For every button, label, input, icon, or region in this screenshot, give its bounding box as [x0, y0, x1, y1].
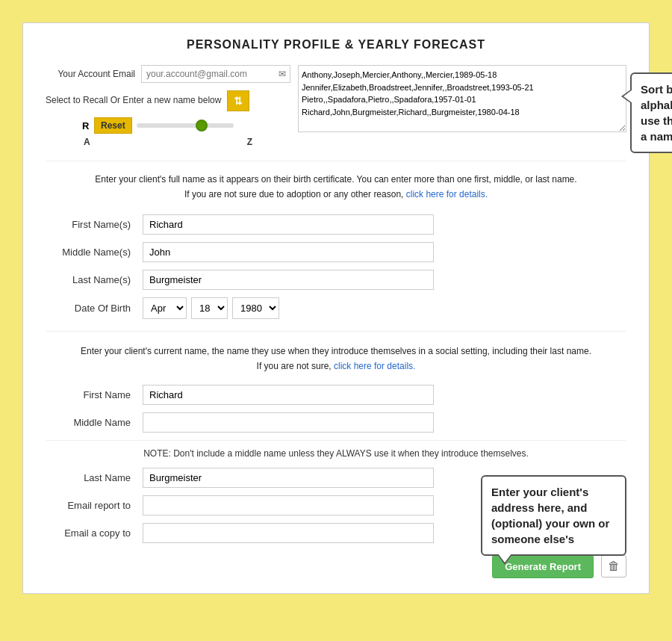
email-row: Your Account Email ✉ [46, 65, 290, 83]
last-name-input[interactable] [143, 270, 434, 290]
slider-r-label: R [82, 120, 90, 131]
dob-row: Date Of Birth JanFebMarAprMayJunJulAugSe… [46, 297, 626, 319]
email-copy-input[interactable] [143, 523, 434, 543]
slider-min-label: A [84, 137, 90, 147]
current-first-name-row: First Name [46, 385, 626, 405]
dob-selects: JanFebMarAprMayJunJulAugSepOctNovDec 123… [143, 297, 279, 319]
email-input-wrap: ✉ [141, 65, 290, 83]
email-report-input[interactable] [143, 495, 434, 515]
last-name-label: Last Name(s) [46, 274, 143, 285]
trash-icon: 🗑 [608, 560, 620, 572]
current-name-instructions: Enter your client's current name, the na… [46, 344, 626, 374]
trash-button[interactable]: 🗑 [601, 555, 626, 577]
email-report-label: Email report to [46, 500, 143, 511]
sort-icon: ⇅ [234, 95, 243, 107]
main-card: PERSONALITY PROFILE & YEARLY FORECAST Yo… [22, 22, 650, 594]
birth-name-form: First Name(s) Middle Name(s) Last Name(s… [46, 214, 626, 319]
first-name-row: First Name(s) [46, 214, 626, 235]
left-controls: Your Account Email ✉ Select to Recall Or… [46, 65, 290, 147]
last-name-row: Last Name(s) [46, 270, 626, 290]
textarea-container: Sort birth data alphabetically and/or us… [298, 65, 626, 134]
birth-cert-line2-prefix: If you are not sure due to adoption or a… [184, 189, 406, 199]
dob-label: Date Of Birth [46, 303, 143, 314]
current-middle-name-label: Middle Name [46, 417, 143, 428]
outer-wrapper: PERSONALITY PROFILE & YEARLY FORECAST Yo… [15, 15, 657, 601]
current-name-line1: Enter your client's current name, the na… [46, 344, 626, 359]
middle-name-row: Middle Name(s) [46, 242, 626, 262]
current-name-line2-prefix: If you are not sure, [257, 361, 334, 371]
note-text: NOTE: Don't include a middle name unless… [46, 440, 626, 459]
bottom-section: Last Name Email report to Email a copy t… [46, 468, 626, 543]
dob-year-select[interactable]: 1940194519501955195719601965197019751980… [232, 297, 279, 319]
current-middle-name-row: Middle Name [46, 412, 626, 433]
birth-cert-line1: Enter your client's full name as it appe… [46, 172, 626, 187]
current-name-line2: If you are not sure, click here for deta… [46, 359, 626, 374]
dob-day-select[interactable]: 1234567891011121314151617181920212223242… [191, 297, 228, 319]
birth-cert-instructions: Enter your client's full name as it appe… [46, 161, 626, 202]
first-name-input[interactable] [143, 214, 434, 235]
recall-row: Select to Recall Or Enter a new name bel… [46, 90, 290, 111]
recall-label: Select to Recall Or Enter a new name bel… [46, 95, 221, 107]
top-section: Your Account Email ✉ Select to Recall Or… [46, 65, 626, 147]
middle-name-input[interactable] [143, 242, 434, 262]
slider-section: R Reset A Z [46, 117, 290, 147]
email-icon: ✉ [279, 69, 286, 79]
current-first-name-input[interactable] [143, 385, 434, 405]
first-name-label: First Name(s) [46, 219, 143, 230]
sort-button[interactable]: ⇅ [227, 90, 249, 111]
current-name-form: First Name Middle Name [46, 385, 626, 433]
email-copy-label: Email a copy to [46, 527, 143, 539]
slider-max-label: Z [247, 137, 252, 147]
birth-data-textarea[interactable] [298, 65, 626, 132]
birth-cert-line2: If you are not sure due to adoption or a… [46, 187, 626, 202]
middle-name-label: Middle Name(s) [46, 247, 143, 258]
bottom-last-name-label: Last Name [46, 472, 143, 483]
bottom-bar: Generate Report 🗑 [46, 555, 626, 578]
reset-button[interactable]: Reset [94, 117, 132, 134]
sort-tooltip-balloon: Sort birth data alphabetically and/or us… [630, 72, 672, 153]
current-first-name-label: First Name [46, 389, 143, 400]
bottom-last-name-input[interactable] [143, 468, 434, 488]
current-middle-name-input[interactable] [143, 412, 434, 433]
page-title: PERSONALITY PROFILE & YEARLY FORECAST [46, 38, 626, 52]
name-slider[interactable] [137, 123, 234, 128]
email-label: Your Account Email [46, 69, 135, 79]
account-email-input[interactable] [141, 65, 290, 83]
slider-labels: A Z [82, 137, 254, 147]
birth-cert-details-link[interactable]: click here for details. [406, 189, 488, 199]
current-name-details-link[interactable]: click here for details. [334, 361, 415, 371]
dob-month-select[interactable]: JanFebMarAprMayJunJulAugSepOctNovDec [143, 297, 187, 319]
bottom-tooltip-balloon: Enter your client's address here, and (o… [481, 475, 626, 556]
section-divider-1 [46, 331, 626, 332]
